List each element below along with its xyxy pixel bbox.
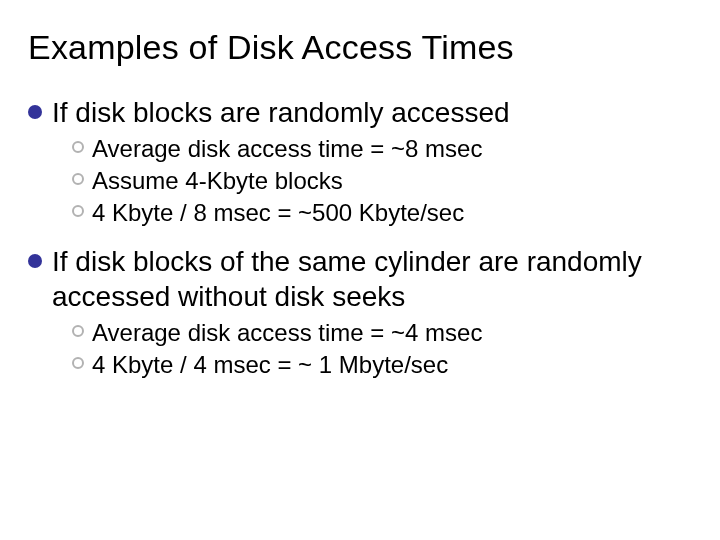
- circle-bullet-icon: [72, 173, 84, 185]
- circle-bullet-icon: [72, 141, 84, 153]
- sub-bullet-item: 4 Kbyte / 4 msec = ~ 1 Mbyte/sec: [72, 350, 692, 380]
- sub-bullet-item: Average disk access time = ~4 msec: [72, 318, 692, 348]
- circle-bullet-icon: [72, 325, 84, 337]
- sub-bullet-item: Assume 4-Kbyte blocks: [72, 166, 692, 196]
- sub-bullet-text: 4 Kbyte / 4 msec = ~ 1 Mbyte/sec: [92, 350, 448, 380]
- sub-bullet-text: 4 Kbyte / 8 msec = ~500 Kbyte/sec: [92, 198, 464, 228]
- bullet-item: If disk blocks are randomly accessed: [28, 95, 692, 130]
- sub-bullet-text: Average disk access time = ~8 msec: [92, 134, 482, 164]
- bullet-text: If disk blocks of the same cylinder are …: [52, 244, 692, 314]
- sub-bullet-item: Average disk access time = ~8 msec: [72, 134, 692, 164]
- slide-title: Examples of Disk Access Times: [28, 28, 692, 67]
- bullet-item: If disk blocks of the same cylinder are …: [28, 244, 692, 314]
- sub-bullet-item: 4 Kbyte / 8 msec = ~500 Kbyte/sec: [72, 198, 692, 228]
- sub-bullet-text: Assume 4-Kbyte blocks: [92, 166, 343, 196]
- circle-bullet-icon: [72, 205, 84, 217]
- circle-bullet-icon: [72, 357, 84, 369]
- bullet-text: If disk blocks are randomly accessed: [52, 95, 510, 130]
- disc-bullet-icon: [28, 105, 42, 119]
- sub-bullet-text: Average disk access time = ~4 msec: [92, 318, 482, 348]
- slide: Examples of Disk Access Times If disk bl…: [0, 0, 720, 540]
- disc-bullet-icon: [28, 254, 42, 268]
- sub-list: Average disk access time = ~8 msec Assum…: [72, 134, 692, 228]
- sub-list: Average disk access time = ~4 msec 4 Kby…: [72, 318, 692, 380]
